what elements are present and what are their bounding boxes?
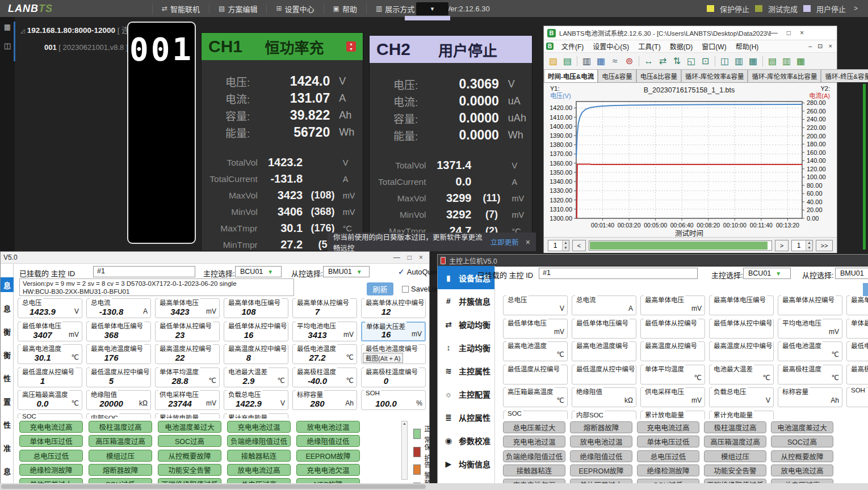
field-cell[interactable]: 绝缘阻值20000kΩ [86,390,151,410]
alarm-button[interactable]: 放电电池过温 [570,436,632,447]
alarm-button[interactable]: 充电电池过温 [503,436,565,447]
slave-select[interactable]: BMU01▼ [323,266,370,277]
bms-left-titlebar[interactable]: V5.0 —□× [1,252,429,264]
menu-帮助(H)[interactable]: 帮助(H) [731,41,764,51]
field-cell[interactable]: SOH100.0% [361,390,426,410]
tab-循环-终压&容量[interactable]: 循环-终压&容量 [821,69,868,82]
sidebar-item-均衡信息[interactable]: ▶均衡信息 [438,452,494,475]
sidebar-item-主动均衡[interactable]: ↕主动均衡 [438,336,494,359]
field-cell[interactable]: 最高温度从控中编号8 [224,344,288,364]
left-page-spinner[interactable]: 1 ▲▼ [548,240,569,251]
field-cell[interactable]: 负载总电压1422.9V [224,390,288,410]
menu-设置中心(S)[interactable]: 设置中心(S) [588,41,634,51]
alarm-button[interactable]: 从控概要故障 [158,450,221,462]
field-cell[interactable]: 最高单体电压编号 [709,295,774,315]
field-cell[interactable]: 最低电池温度27.2℃ [292,344,357,364]
field-cell[interactable]: 最高极柱温度编号0 [361,368,426,387]
field-cell[interactable]: 负载总电压V [709,387,774,407]
minimize-icon[interactable]: — [771,29,778,37]
field-cell[interactable]: 高压箱最高温度0.0℃ [18,390,82,410]
tab-循环-库伦效率&比容量[interactable]: 循环-库伦效率&比容量 [748,69,821,82]
sidebar-item-参数校准[interactable]: ◉参数校准 [438,429,494,452]
field-cell[interactable]: 总电流-130.8A [86,298,151,318]
field-cell[interactable]: 供电采样电压mV [640,387,705,407]
field-cell[interactable]: 电池最大温差℃ [709,365,774,385]
field-cell[interactable]: 最低单体从控编号23 [155,322,220,341]
compress-icon[interactable]: ⇄ [656,54,669,67]
alarm-button[interactable]: 总电压过低 [19,450,83,462]
field-cell[interactable]: 最低温度从控中编号5 [86,368,151,387]
topbar-item-方案编辑[interactable]: ▤方案编辑 [209,3,267,14]
analyzer-titlebar[interactable]: B LANBTS电池测试系统2.12.6.30 - [C:\Users\LANB… [544,26,837,40]
list-three-icon[interactable]: ▦ [794,54,807,67]
field-cell[interactable]: 标称容量Ah [778,387,842,407]
menu-窗口(W)[interactable]: 窗口(W) [697,41,731,51]
field-cell[interactable]: 最高单体从控中编号12 [361,298,426,318]
menu-文件(F)[interactable]: 文件(F) [557,41,588,51]
fit-height-icon[interactable]: ⇅ [670,54,684,67]
sidebar-item-从控属性[interactable]: ≣从控属性 [438,405,494,429]
master-select[interactable]: BCU01▼ [743,268,791,279]
alarm-button[interactable]: 负端绝缘阻值过低 [503,450,565,462]
field-cell[interactable]: 最高单体电压3423mV [155,298,220,318]
field-cell[interactable]: SOH% [846,387,868,407]
field-cell[interactable]: 最高电池温度编号176 [86,344,151,364]
collapse-dropdown-button[interactable]: ▾ [416,2,448,15]
topbar-item-智能联机[interactable]: ⇄智能联机 [152,3,209,14]
alarm-button[interactable]: 绝缘阻值过低 [570,450,632,462]
field-cell[interactable]: 最高电池温度30.1℃ [18,344,82,364]
sidebar-item-partial[interactable]: 性 [1,370,14,385]
sidebar-item-partial[interactable]: 衡 [1,347,14,362]
field-cell[interactable]: 最高极柱温度℃ [778,365,842,385]
tab-电压&容量[interactable]: 电压&容量 [598,69,636,82]
alarm-button[interactable]: 熔断器故障 [89,464,152,476]
topbar-item-设置中心[interactable]: ⊞设置中心 [267,3,324,14]
menu-工具(T)[interactable]: 工具(T) [634,41,665,51]
slave-select[interactable]: BMU01▼ [835,268,868,279]
sidebar-item-并簇信息[interactable]: #并簇信息 [438,289,494,312]
field-cell[interactable]: 总电流A [572,295,636,315]
field-cell[interactable]: 总电压V [503,295,568,315]
alarm-button[interactable]: 绝缘检测故障 [637,464,699,476]
alarm-button[interactable]: 模组过压 [704,450,766,462]
alarm-button[interactable]: 负端绝缘阻值过低 [227,435,291,447]
field-cell[interactable]: 最低单体电压编号368 [86,322,151,341]
tree-child-node[interactable]: 001 [ 20230621001,v8.8 ] [44,43,128,52]
alarm-button[interactable]: 总电压差过大 [503,421,565,433]
field-cell[interactable]: 最低单体电压3407mV [18,322,82,341]
field-cell[interactable]: 最低单体从控中编号 [709,319,774,339]
minimize-icon[interactable]: — [393,254,400,261]
alarm-button[interactable]: 熔断器故障 [570,421,632,433]
field-cell[interactable]: 最高单体从控中编号 [846,295,868,315]
scroll-prev-button[interactable]: < [572,240,586,251]
clipboard-icon[interactable]: ◫ [0,41,15,50]
alarm-button[interactable]: 单体电压过低 [637,436,699,447]
field-cell[interactable]: 最低电池温度编号 [846,341,868,361]
sidebar-item-主控属性[interactable]: ≋主控属性 [438,359,494,382]
tab-循环-库伦效率&容量[interactable]: 循环-库伦效率&容量 [681,69,748,82]
field-cell[interactable]: 供电采样电压23744mV [155,390,220,410]
autoquery-checkbox[interactable]: ✓ AutoQuery [398,267,442,276]
field-cell[interactable]: 最高温度从控编号22 [155,344,220,364]
channel1-header[interactable]: CH1 恒功率充 ▼▼ [202,33,363,60]
field-cell[interactable]: 最低电池温度编号截图(Alt + A) [361,344,426,364]
field-cell[interactable]: 最高单体电压mV [640,295,705,315]
tab-电压&比容量[interactable]: 电压&比容量 [636,69,681,82]
field-cell[interactable]: 最低电池温度℃ [778,341,842,361]
field-cell[interactable]: 最低温度从控中编号 [572,365,636,385]
scroll-next-button[interactable]: > [775,240,789,251]
field-cell[interactable]: 最高单体从控编号 [778,295,842,315]
field-cell[interactable]: 平均电池电压mV [778,319,842,339]
alarm-button[interactable]: 电池温度差过大 [771,421,833,433]
tree-caret-icon[interactable]: ◿ [20,28,25,34]
close-icon[interactable]: × [419,254,423,261]
field-cell[interactable]: 最高单体电压编号108 [224,298,288,318]
sidebar-item-partial[interactable]: 息 [1,301,14,315]
alarm-button[interactable]: 功能安全告警 [704,464,766,476]
master-select[interactable]: BCU01▼ [235,266,282,277]
minimize-icon[interactable]: – [808,43,812,50]
notification-close-icon[interactable]: × [526,238,530,247]
list-one-icon[interactable]: ▤ [766,54,779,67]
close-icon[interactable]: × [829,43,832,50]
field-cell[interactable]: 总电压1423.9V [18,298,82,318]
